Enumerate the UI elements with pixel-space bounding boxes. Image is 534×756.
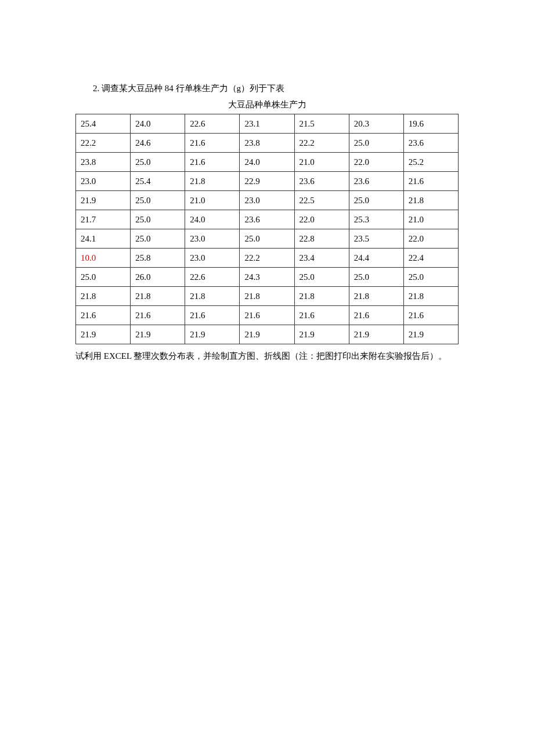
cell: 21.6 (403, 172, 458, 191)
table-row: 21.9 21.9 21.9 21.9 21.9 21.9 21.9 (76, 325, 459, 344)
cell: 21.8 (294, 287, 349, 306)
cell: 22.9 (240, 172, 294, 191)
cell: 25.0 (131, 191, 185, 210)
cell: 23.1 (240, 114, 294, 134)
cell: 21.0 (185, 191, 240, 210)
table-row: 23.8 25.0 21.6 24.0 21.0 22.0 25.2 (76, 153, 459, 172)
cell: 21.6 (185, 153, 240, 172)
cell: 25.0 (76, 268, 131, 287)
cell: 26.0 (131, 268, 185, 287)
cell: 25.3 (349, 210, 403, 229)
cell: 25.4 (131, 172, 185, 191)
cell: 23.6 (349, 172, 403, 191)
cell: 25.8 (131, 249, 185, 268)
cell: 24.0 (240, 153, 294, 172)
cell: 25.0 (349, 191, 403, 210)
cell: 20.3 (349, 114, 403, 134)
cell: 22.4 (403, 249, 458, 268)
cell: 24.0 (185, 210, 240, 229)
cell: 22.2 (76, 134, 131, 153)
cell: 21.8 (76, 287, 131, 306)
cell: 22.2 (240, 249, 294, 268)
cell: 21.9 (185, 325, 240, 344)
cell: 25.0 (403, 268, 458, 287)
cell: 21.6 (185, 306, 240, 325)
cell: 21.6 (240, 306, 294, 325)
cell: 25.0 (131, 210, 185, 229)
cell: 25.0 (131, 153, 185, 172)
cell: 21.9 (76, 325, 131, 344)
problem-heading: 2. 调查某大豆品种 84 行单株生产力（g）列于下表 (75, 81, 459, 95)
table-row: 22.2 24.6 21.6 23.8 22.2 25.0 23.6 (76, 134, 459, 153)
cell: 21.9 (240, 325, 294, 344)
cell: 21.9 (131, 325, 185, 344)
cell: 22.0 (349, 153, 403, 172)
cell: 23.6 (403, 134, 458, 153)
cell: 23.5 (349, 229, 403, 249)
table-row: 23.0 25.4 21.8 22.9 23.6 23.6 21.6 (76, 172, 459, 191)
table-title: 大豆品种单株生产力 (75, 98, 459, 111)
table-row: 24.1 25.0 23.0 25.0 22.8 23.5 22.0 (76, 229, 459, 249)
cell: 21.7 (76, 210, 131, 229)
table-row: 21.8 21.8 21.8 21.8 21.8 21.8 21.8 (76, 287, 459, 306)
cell: 25.0 (349, 268, 403, 287)
cell: 21.8 (403, 191, 458, 210)
cell: 22.0 (403, 229, 458, 249)
cell: 21.0 (403, 210, 458, 229)
cell: 21.9 (76, 191, 131, 210)
cell: 25.0 (294, 268, 349, 287)
cell: 23.0 (185, 249, 240, 268)
table-row: 21.6 21.6 21.6 21.6 21.6 21.6 21.6 (76, 306, 459, 325)
footnote-text: 试利用 EXCEL 整理次数分布表，并绘制直方图、折线图（注：把图打印出来附在实… (75, 348, 459, 365)
cell: 21.8 (131, 287, 185, 306)
cell: 25.0 (240, 229, 294, 249)
cell: 23.8 (240, 134, 294, 153)
cell: 22.0 (294, 210, 349, 229)
cell: 23.4 (294, 249, 349, 268)
cell: 23.0 (185, 229, 240, 249)
cell: 23.6 (240, 210, 294, 229)
cell: 21.6 (76, 306, 131, 325)
cell: 19.6 (403, 114, 458, 134)
table-row: 21.7 25.0 24.0 23.6 22.0 25.3 21.0 (76, 210, 459, 229)
cell: 23.8 (76, 153, 131, 172)
cell: 25.2 (403, 153, 458, 172)
cell: 25.0 (131, 229, 185, 249)
table-row: 21.9 25.0 21.0 23.0 22.5 25.0 21.8 (76, 191, 459, 210)
cell: 24.0 (131, 114, 185, 134)
cell: 25.0 (349, 134, 403, 153)
table-row: 25.4 24.0 22.6 23.1 21.5 20.3 19.6 (76, 114, 459, 134)
table-row: 25.0 26.0 22.6 24.3 25.0 25.0 25.0 (76, 268, 459, 287)
cell: 24.4 (349, 249, 403, 268)
cell: 21.8 (403, 287, 458, 306)
cell: 21.0 (294, 153, 349, 172)
cell: 21.9 (403, 325, 458, 344)
cell: 21.6 (294, 306, 349, 325)
cell: 21.8 (185, 172, 240, 191)
cell: 23.6 (294, 172, 349, 191)
cell: 24.3 (240, 268, 294, 287)
cell: 21.6 (403, 306, 458, 325)
cell: 21.9 (294, 325, 349, 344)
cell: 21.6 (131, 306, 185, 325)
cell: 22.6 (185, 268, 240, 287)
cell: 22.6 (185, 114, 240, 134)
cell: 24.6 (131, 134, 185, 153)
cell: 21.6 (185, 134, 240, 153)
cell: 23.0 (240, 191, 294, 210)
cell: 21.6 (349, 306, 403, 325)
cell: 22.2 (294, 134, 349, 153)
cell: 21.9 (349, 325, 403, 344)
cell: 21.8 (185, 287, 240, 306)
cell: 23.0 (76, 172, 131, 191)
cell: 21.5 (294, 114, 349, 134)
cell: 24.1 (76, 229, 131, 249)
cell: 22.5 (294, 191, 349, 210)
cell: 25.4 (76, 114, 131, 134)
cell-highlighted: 10.0 (76, 249, 131, 268)
cell: 22.8 (294, 229, 349, 249)
table-row: 10.0 25.8 23.0 22.2 23.4 24.4 22.4 (76, 249, 459, 268)
cell: 21.8 (349, 287, 403, 306)
data-table: 25.4 24.0 22.6 23.1 21.5 20.3 19.6 22.2 … (75, 114, 459, 344)
cell: 21.8 (240, 287, 294, 306)
